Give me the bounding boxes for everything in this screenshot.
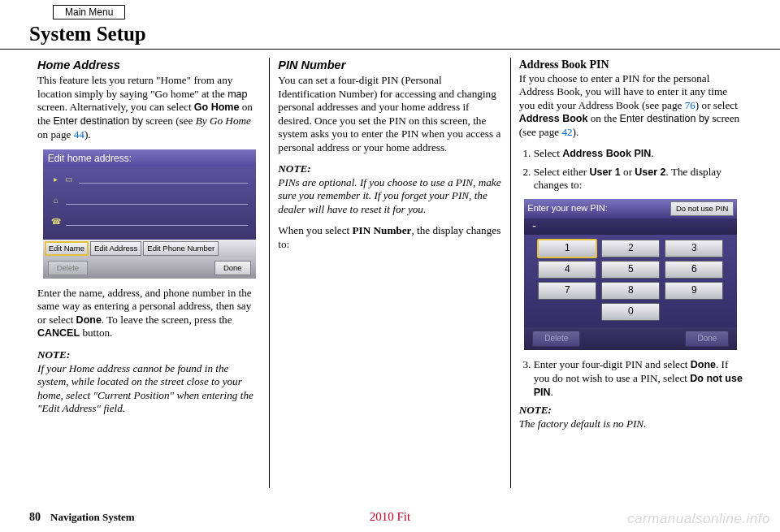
user1-ref: User 1 <box>590 167 621 178</box>
steps-list-cont: Enter your four-digit PIN and select Don… <box>519 358 743 399</box>
note-block: NOTE: The factory default is no PIN. <box>519 404 743 430</box>
home-address-intro: This feature lets you return "Home" from… <box>37 74 261 141</box>
main-menu-button[interactable]: Main Menu <box>53 5 125 19</box>
note-block: NOTE: If your Home address cannot be fou… <box>37 348 261 416</box>
text: ). <box>573 126 579 138</box>
watermark: carmanualsonline.info <box>627 511 770 527</box>
text: screen (see <box>143 115 196 127</box>
phone-icon: ☎ <box>50 216 63 227</box>
text: or <box>621 166 635 178</box>
address-book-pin-ref: Address Book PIN <box>562 148 651 159</box>
column-pin-number: PIN Number You can set a four-digit PIN … <box>269 58 509 488</box>
text: on the <box>587 112 619 124</box>
key-7[interactable]: 7 <box>538 282 596 300</box>
pin-delete-button[interactable]: Delete <box>532 331 580 348</box>
pin-number-ref: PIN Number <box>353 224 412 236</box>
pin-screen-title: Enter your new PIN: <box>527 203 665 214</box>
key-9[interactable]: 9 <box>665 282 723 300</box>
page-link-44[interactable]: 44 <box>74 128 84 141</box>
pin-note: NOTE: PINs are optional. If you choose t… <box>278 162 501 216</box>
row-phone: ☎ <box>50 214 248 230</box>
step-1: Select Address Book PIN. <box>534 147 743 161</box>
step-2: Select either User 1 or User 2. The disp… <box>534 166 743 192</box>
edit-phone-button[interactable]: Edit Phone Number <box>143 241 219 256</box>
note-body: If your Home address cannot be found in … <box>37 362 254 415</box>
edit-address-button[interactable]: Edit Address <box>90 241 141 256</box>
user2-ref: User 2 <box>635 167 665 178</box>
pin-display: - <box>524 218 737 235</box>
note-label: NOTE: <box>519 404 552 416</box>
key-5[interactable]: 5 <box>601 261 660 279</box>
text: . <box>551 386 553 398</box>
column-address-book-pin: Address Book PIN If you choose to enter … <box>510 58 751 488</box>
pin-screen-footer: Delete Done <box>524 327 737 351</box>
card-icon: ▭ <box>63 174 76 185</box>
heading-pin-number: PIN Number <box>278 58 501 72</box>
text: Select either <box>534 166 590 178</box>
page-link-76[interactable]: 76 <box>685 99 696 111</box>
text: button. <box>80 327 112 339</box>
map-screen-ref: map <box>228 89 247 100</box>
heading-address-book-pin: Address Book PIN <box>519 58 743 72</box>
key-2[interactable]: 2 <box>601 240 660 257</box>
text: . To leave the screen, press the <box>102 314 232 326</box>
done-ref: Done <box>691 359 716 370</box>
content-columns: Home Address This feature lets you retur… <box>0 50 780 488</box>
screen-title: Edit home address: <box>43 149 256 167</box>
text: Select <box>534 147 563 159</box>
key-1[interactable]: 1 <box>538 240 596 257</box>
edit-name-button[interactable]: Edit Name <box>45 241 89 256</box>
note-label: NOTE: <box>37 348 70 361</box>
enter-dest-ref: Enter destination by <box>53 115 143 127</box>
address-book-ref: Address Book <box>519 113 588 124</box>
heading-home-address: Home Address <box>37 58 261 72</box>
note-label: NOTE: <box>278 162 310 175</box>
text: . <box>651 147 653 159</box>
key-8[interactable]: 8 <box>601 282 660 300</box>
text: This feature lets you return "Home" from… <box>37 74 232 100</box>
page-title: System Setup <box>0 21 780 50</box>
steps-list: Select Address Book PIN. Select either U… <box>519 147 743 192</box>
row-name: ▸▭ <box>50 171 248 188</box>
enter-pin-screen: Enter your new PIN: Do not use PIN - 1 2… <box>524 199 737 350</box>
done-button[interactable]: Done <box>214 261 251 275</box>
done-ref: Done <box>76 314 102 326</box>
enter-info-paragraph: Enter the name, address, and phone numbe… <box>37 287 261 340</box>
text: When you select <box>278 224 352 236</box>
key-4[interactable]: 4 <box>538 261 596 279</box>
abpin-intro: If you choose to enter a PIN for the per… <box>519 72 743 140</box>
step-3: Enter your four-digit PIN and select Don… <box>534 358 743 399</box>
edit-home-address-screen: Edit home address: ▸▭ ⌂ ☎ Edit Name Edit… <box>43 149 256 279</box>
page-link-42[interactable]: 42 <box>561 126 572 138</box>
edit-button-row: Edit Name Edit Address Edit Phone Number <box>43 240 256 257</box>
enter-dest-ref: Enter destination by <box>620 113 710 124</box>
go-home-ref: Go Home <box>194 102 240 113</box>
pin-intro: You can set a four-digit PIN (Personal I… <box>278 74 501 154</box>
key-6[interactable]: 6 <box>665 261 723 279</box>
text: ) or select <box>696 99 738 111</box>
pin-done-button[interactable]: Done <box>685 331 729 348</box>
text: ). <box>84 128 91 141</box>
text: Enter your four-digit PIN and select <box>534 358 691 370</box>
note-body: The factory default is no PIN. <box>519 417 647 430</box>
pin-icon: ⌂ <box>50 195 63 206</box>
text: screen. Alternatively, you can select <box>37 101 194 113</box>
pin-screen-header: Enter your new PIN: Do not use PIN <box>524 199 737 218</box>
cancel-ref: CANCEL <box>37 327 80 339</box>
key-3[interactable]: 3 <box>665 240 723 257</box>
screen-footer: Delete Done <box>43 257 256 279</box>
row-address: ⌂ <box>50 192 248 209</box>
pin-keypad: 1 2 3 4 5 6 7 8 9 0 <box>524 235 737 327</box>
delete-button[interactable]: Delete <box>48 261 88 275</box>
key-0[interactable]: 0 <box>601 303 660 321</box>
column-home-address: Home Address This feature lets you retur… <box>29 58 269 488</box>
cursor-icon: ▸ <box>50 174 63 185</box>
pin-select-paragraph: When you select PIN Number, the display … <box>278 224 501 251</box>
note-body: PINs are optional. If you choose to use … <box>278 176 500 215</box>
by-go-home-ref: By Go Home <box>196 115 251 127</box>
screen-body: ▸▭ ⌂ ☎ <box>43 167 256 240</box>
text: on page <box>37 128 74 141</box>
do-not-use-pin-button[interactable]: Do not use PIN <box>670 201 734 216</box>
